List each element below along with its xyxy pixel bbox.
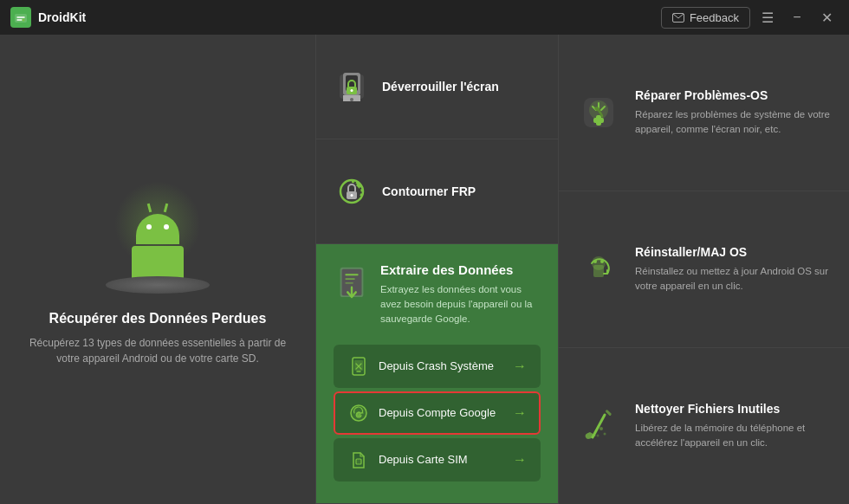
phone-crash-icon xyxy=(347,355,370,378)
unlock-icon xyxy=(334,68,370,105)
extract-card-content: Extraire des Données Extrayez les donnée… xyxy=(334,262,541,327)
menu-button[interactable]: ☰ xyxy=(755,5,780,29)
frp-title: Contourner FRP xyxy=(382,184,476,198)
sub-items-list: Depuis Crash Système → G xyxy=(334,345,541,485)
close-button[interactable]: ✕ xyxy=(814,5,839,29)
sim-card-icon xyxy=(347,449,370,471)
svg-point-1 xyxy=(23,19,25,22)
sub-item-sim-left: Depuis Carte SIM xyxy=(347,449,468,471)
svg-point-6 xyxy=(350,98,353,101)
repair-card-info: Réparer Problèmes-OS Réparez les problèm… xyxy=(635,88,832,138)
extract-text: Extraire des Données Extrayez les donnée… xyxy=(380,262,541,327)
svg-rect-27 xyxy=(593,265,604,277)
card-frp[interactable]: Contourner FRP xyxy=(316,139,558,244)
reinstall-title: Réinstaller/MAJ OS xyxy=(635,245,832,259)
svg-point-11 xyxy=(351,194,353,197)
sub-item-crash[interactable]: Depuis Crash Système → xyxy=(334,345,541,388)
extract-desc: Extrayez les données dont vous avez beso… xyxy=(380,282,541,327)
app-title: DroidKit xyxy=(38,10,86,24)
reinstall-card-info: Réinstaller/MAJ OS Réinstallez ou mettez… xyxy=(635,245,832,294)
sub-item-sim-arrow: → xyxy=(513,452,527,468)
mail-icon xyxy=(672,13,684,23)
card-repair-os[interactable]: Réparer Problèmes-OS Réparez les problèm… xyxy=(559,35,849,191)
titlebar-left: DroidKit xyxy=(10,7,86,28)
repair-desc: Réparez les problèmes de système de votr… xyxy=(635,107,832,138)
titlebar-right: Feedback ☰ − ✕ xyxy=(661,5,839,29)
clean-desc: Libérez de la mémoire du téléphone et ac… xyxy=(635,421,832,451)
right-panel: Réparer Problèmes-OS Réparez les problèm… xyxy=(559,35,849,504)
card-reinstall-os[interactable]: Réinstaller/MAJ OS Réinstallez ou mettez… xyxy=(559,191,849,348)
card-extract-data[interactable]: Extraire des Données Extrayez les donnée… xyxy=(316,244,558,504)
repair-icon xyxy=(576,90,621,135)
svg-rect-0 xyxy=(15,14,27,23)
sub-item-google-arrow: → xyxy=(513,405,527,421)
sub-item-google-left: G Depuis Compte Google xyxy=(347,402,496,424)
svg-point-30 xyxy=(599,427,603,430)
left-panel-recover[interactable]: Récupérer des Données Perdues Récupérez … xyxy=(0,35,316,504)
reinstall-icon xyxy=(576,247,621,292)
sub-item-crash-label: Depuis Crash Système xyxy=(379,359,494,372)
main-content: Récupérer des Données Perdues Récupérez … xyxy=(0,35,849,504)
svg-rect-33 xyxy=(605,410,612,417)
feedback-button[interactable]: Feedback xyxy=(661,7,750,29)
android-illustration xyxy=(88,172,227,294)
sub-item-google[interactable]: G Depuis Compte Google → xyxy=(334,391,541,435)
svg-rect-25 xyxy=(593,118,604,123)
app-logo xyxy=(10,7,31,28)
reinstall-desc: Réinstallez ou mettez à jour Android OS … xyxy=(635,264,832,294)
clean-icon xyxy=(576,404,621,449)
svg-rect-21 xyxy=(356,459,361,464)
card-unlock-screen[interactable]: Déverrouiller l'écran xyxy=(316,35,558,139)
sub-item-sim[interactable]: Depuis Carte SIM → xyxy=(334,438,541,481)
middle-panel: Déverrouiller l'écran Contourner FRP xyxy=(316,35,559,504)
left-panel-description: Récupérez 13 types de données essentiell… xyxy=(17,335,298,366)
card-clean-files[interactable]: Nettoyer Fichiers Inutiles Libérez de la… xyxy=(559,348,849,504)
unlock-screen-title: Déverrouiller l'écran xyxy=(382,80,499,94)
extract-title: Extraire des Données xyxy=(380,262,541,277)
sub-item-google-label: Depuis Compte Google xyxy=(379,406,496,419)
svg-point-8 xyxy=(351,89,353,92)
extract-icon xyxy=(334,262,370,299)
clean-title: Nettoyer Fichiers Inutiles xyxy=(635,402,832,416)
left-panel-title: Récupérer des Données Perdues xyxy=(49,311,267,326)
frp-icon xyxy=(334,173,370,210)
svg-rect-15 xyxy=(345,278,354,280)
titlebar: DroidKit Feedback ☰ − ✕ xyxy=(0,0,849,35)
sub-item-sim-label: Depuis Carte SIM xyxy=(379,453,468,466)
google-icon: G xyxy=(347,402,370,424)
sub-item-crash-left: Depuis Crash Système xyxy=(347,355,494,378)
svg-rect-14 xyxy=(345,274,358,275)
svg-text:G: G xyxy=(357,410,362,417)
clean-card-info: Nettoyer Fichiers Inutiles Libérez de la… xyxy=(635,402,832,451)
svg-point-31 xyxy=(604,433,606,436)
repair-title: Réparer Problèmes-OS xyxy=(635,88,832,102)
sub-item-crash-arrow: → xyxy=(513,359,527,374)
svg-rect-16 xyxy=(345,282,353,284)
svg-point-32 xyxy=(597,435,599,437)
minimize-button[interactable]: − xyxy=(785,5,809,29)
